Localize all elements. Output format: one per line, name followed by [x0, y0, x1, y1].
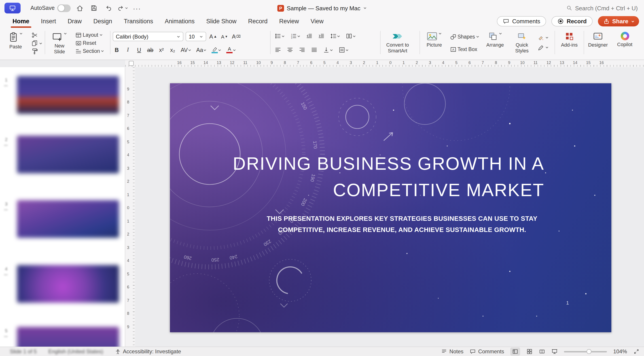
- tab-slide-show[interactable]: Slide Show: [206, 18, 236, 28]
- tab-animations[interactable]: Animations: [165, 18, 195, 28]
- autosave-toggle[interactable]: [57, 4, 71, 12]
- increase-font-size-button[interactable]: A▲: [208, 32, 218, 41]
- shape-outline-button[interactable]: [537, 44, 550, 52]
- document-title-area[interactable]: P Sample — Saved to my Mac: [277, 0, 366, 16]
- underline-button[interactable]: U: [135, 46, 143, 54]
- section-button[interactable]: Section: [74, 47, 105, 55]
- ruler-number: 2: [127, 179, 129, 184]
- slide-thumbnail-3[interactable]: [17, 200, 119, 238]
- numbering-button[interactable]: 123: [289, 32, 302, 40]
- slide-thumbnail-1[interactable]: [17, 76, 119, 114]
- character-spacing-button[interactable]: AV: [180, 46, 192, 54]
- zoom-slider-knob[interactable]: [586, 349, 592, 354]
- record-button[interactable]: Record: [552, 16, 592, 27]
- copy-button[interactable]: [30, 39, 44, 47]
- bullets-button[interactable]: [274, 32, 286, 40]
- share-button[interactable]: Share: [598, 16, 639, 27]
- ribbon-tabs-row: HomeInsertDrawDesignTransitionsAnimation…: [0, 16, 644, 28]
- comments-button[interactable]: Comments: [497, 16, 546, 27]
- text-direction-button[interactable]: [322, 46, 334, 54]
- fit-to-window-button[interactable]: [633, 348, 640, 355]
- language-status[interactable]: English (United States): [48, 348, 103, 355]
- decrease-font-size-button[interactable]: A▼: [220, 32, 229, 41]
- font-color-button[interactable]: A: [226, 46, 237, 54]
- decrease-indent-button[interactable]: [305, 32, 314, 40]
- font-name-combo[interactable]: Calibri (Body): [113, 32, 183, 41]
- slide-thumbnail-panel[interactable]: 1>>2>>3>>4>>5>>: [0, 67, 125, 346]
- vertical-ruler[interactable]: 9876543210123456789: [125, 67, 135, 346]
- ruler-number: 4: [336, 60, 339, 65]
- superscript-button[interactable]: x²: [158, 46, 166, 54]
- paste-button[interactable]: Paste: [4, 29, 28, 58]
- bold-button[interactable]: B: [113, 46, 121, 54]
- tab-view[interactable]: View: [310, 18, 324, 28]
- notes-button[interactable]: Notes: [441, 348, 464, 355]
- cut-button[interactable]: [30, 31, 44, 39]
- columns-button[interactable]: [345, 32, 357, 40]
- slideshow-button[interactable]: [552, 348, 558, 355]
- reset-button[interactable]: Reset: [74, 39, 105, 47]
- svg-text:A: A: [452, 48, 454, 51]
- increase-indent-button[interactable]: [317, 32, 326, 40]
- tab-design[interactable]: Design: [94, 18, 112, 28]
- normal-view-button[interactable]: [510, 347, 520, 355]
- more-commands-button[interactable]: ···: [132, 3, 142, 13]
- tab-draw[interactable]: Draw: [68, 18, 82, 28]
- line-spacing-button[interactable]: [329, 32, 341, 40]
- redo-button[interactable]: [117, 3, 128, 13]
- align-left-button[interactable]: [274, 46, 282, 54]
- tab-record[interactable]: Record: [248, 18, 268, 28]
- slide-subtitle[interactable]: THIS PRESENTATION EXPLORES KEY STRATEGIE…: [259, 213, 545, 235]
- tab-review[interactable]: Review: [279, 18, 299, 28]
- zoom-percentage[interactable]: 104%: [613, 348, 627, 355]
- picture-button[interactable]: Picture: [422, 29, 446, 58]
- search-field[interactable]: Search (Cmd + Ctrl + U): [566, 0, 638, 16]
- home-button[interactable]: [74, 3, 85, 13]
- text-box-button[interactable]: A Text Box: [449, 45, 480, 53]
- slide-canvas[interactable]: 150170190200210220230240250260 DRIVING B…: [170, 83, 611, 332]
- shapes-button[interactable]: Shapes: [449, 33, 480, 41]
- accessibility-status[interactable]: Accessibility: Investigate: [115, 348, 181, 355]
- align-text-button[interactable]: [338, 46, 350, 54]
- shape-fill-button[interactable]: [537, 34, 550, 42]
- align-right-button[interactable]: [298, 46, 306, 54]
- decrease-indent-icon: [306, 33, 312, 39]
- convert-to-smartart-button[interactable]: Convert to SmartArt: [377, 29, 418, 58]
- undo-button[interactable]: [103, 3, 114, 13]
- save-button[interactable]: [88, 3, 99, 13]
- tab-home[interactable]: Home: [12, 18, 29, 28]
- horizontal-ruler[interactable]: 1615141312111098765432101234567891011121…: [125, 60, 644, 67]
- clear-formatting-button[interactable]: A⌫: [231, 32, 242, 41]
- subscript-button[interactable]: x₂: [168, 46, 177, 54]
- strikethrough-button[interactable]: ab: [146, 46, 154, 54]
- zoom-slider[interactable]: [564, 351, 607, 352]
- text-highlight-button[interactable]: [211, 46, 222, 54]
- italic-button[interactable]: I: [124, 46, 132, 54]
- arrange-button[interactable]: Arrange: [483, 29, 507, 58]
- tab-selector[interactable]: [129, 61, 134, 66]
- layout-button[interactable]: Layout: [74, 31, 105, 39]
- slide-thumbnail-4[interactable]: [17, 265, 119, 303]
- autosave-control[interactable]: AutoSave: [30, 4, 71, 12]
- slide-thumbnail-5[interactable]: [17, 327, 119, 346]
- tab-transitions[interactable]: Transitions: [124, 18, 153, 28]
- designer-button[interactable]: Designer: [586, 29, 610, 58]
- quick-styles-button[interactable]: Quick Styles: [510, 29, 534, 58]
- slide-thumbnail-2[interactable]: [17, 136, 119, 173]
- slide-title[interactable]: DRIVING BUSINESS GROWTH IN A COMPETITIVE…: [222, 150, 544, 204]
- ruler-number: 9: [508, 60, 510, 65]
- tab-insert[interactable]: Insert: [41, 18, 56, 28]
- comments-toggle-button[interactable]: Comments: [470, 348, 504, 355]
- copilot-button[interactable]: Copilot: [613, 29, 637, 58]
- align-center-button[interactable]: [286, 46, 294, 54]
- add-ins-button[interactable]: Add-ins: [557, 29, 582, 58]
- font-size-combo[interactable]: 10: [186, 32, 206, 41]
- slide-sorter-view-button[interactable]: [526, 348, 533, 355]
- app-icon-button[interactable]: [4, 3, 20, 14]
- powerpoint-doc-icon: P: [277, 5, 284, 12]
- justify-button[interactable]: [310, 46, 318, 54]
- change-case-button[interactable]: Aa: [196, 46, 208, 54]
- new-slide-button[interactable]: New Slide: [48, 29, 72, 58]
- format-painter-button[interactable]: [30, 47, 44, 55]
- reading-view-button[interactable]: [539, 348, 546, 355]
